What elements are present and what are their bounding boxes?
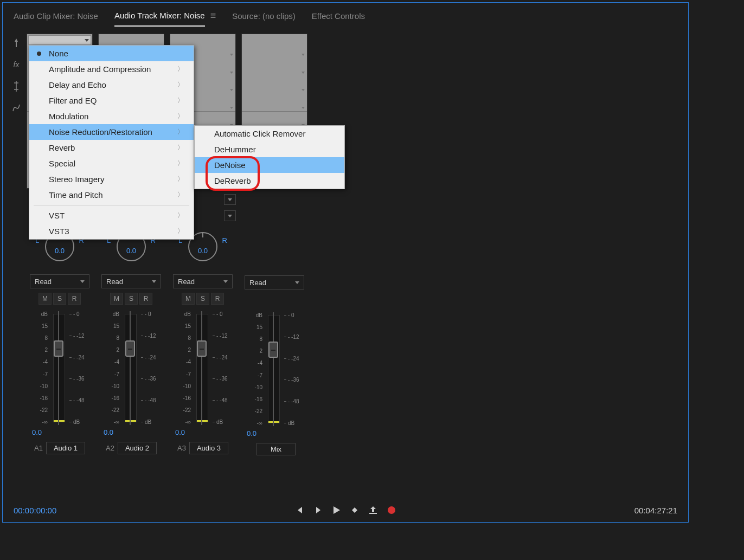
transport-bar: 00:00:00:00 00:04:27:21 bbox=[3, 498, 688, 522]
mute-button[interactable]: M bbox=[110, 293, 123, 305]
menu-item-dereverb[interactable]: DeReverb bbox=[195, 173, 344, 189]
go-to-in-icon[interactable] bbox=[296, 506, 304, 514]
export-icon[interactable] bbox=[369, 506, 378, 514]
send-dropdown[interactable] bbox=[224, 194, 236, 205]
record-button[interactable]: R bbox=[68, 293, 81, 305]
record-button[interactable]: R bbox=[211, 293, 224, 305]
tab-source[interactable]: Source: (no clips) bbox=[232, 8, 296, 26]
side-rail: fx bbox=[8, 34, 24, 492]
record-button[interactable]: R bbox=[139, 293, 152, 305]
volume-fader[interactable] bbox=[193, 311, 210, 425]
menu-item-delay[interactable]: Delay and Echo〉 bbox=[29, 77, 194, 93]
solo-button[interactable]: S bbox=[196, 293, 209, 305]
noise-reduction-submenu: Automatic Click Remover DeHummer DeNoise… bbox=[194, 125, 345, 189]
automation-mode-dropdown[interactable]: Read bbox=[101, 274, 161, 288]
menu-item-noise-reduction[interactable]: Noise Reduction/Restoration〉 bbox=[29, 124, 194, 140]
panel-tab-bar: Audio Clip Mixer: Noise Audio Track Mixe… bbox=[3, 3, 688, 27]
mute-button[interactable]: M bbox=[182, 293, 195, 305]
track-id: A2 bbox=[106, 444, 114, 452]
menu-item-time-pitch[interactable]: Time and Pitch〉 bbox=[29, 187, 194, 203]
menu-item-vst3[interactable]: VST3〉 bbox=[29, 223, 194, 239]
fx-slot-dropdown[interactable] bbox=[28, 35, 91, 45]
track-id: A3 bbox=[177, 444, 186, 452]
menu-item-special[interactable]: Special〉 bbox=[29, 156, 194, 171]
automation-mode-dropdown[interactable]: Read bbox=[173, 274, 233, 288]
solo-button[interactable]: S bbox=[125, 293, 138, 305]
menu-item-vst[interactable]: VST〉 bbox=[29, 208, 194, 223]
volume-fader[interactable] bbox=[50, 311, 67, 425]
menu-item-filter[interactable]: Filter and EQ〉 bbox=[29, 93, 194, 108]
audio-track-mixer-panel: Audio Clip Mixer: Noise Audio Track Mixe… bbox=[2, 2, 689, 523]
menu-item-denoise[interactable]: DeNoise bbox=[195, 157, 344, 173]
menu-item-dehummer[interactable]: DeHummer bbox=[195, 141, 344, 157]
gain-value[interactable]: 0.0 bbox=[175, 428, 185, 436]
tab-audio-track-mixer[interactable]: Audio Track Mixer: Noise bbox=[114, 8, 205, 27]
loop-icon[interactable] bbox=[350, 506, 360, 514]
solo-button[interactable]: S bbox=[53, 293, 66, 305]
track-mix: Read dB1582-4-7-10-16-22-∞ - 0- -12- -24… bbox=[239, 34, 310, 492]
fader-scale: dB1582-4-7-10-16-22-∞ bbox=[27, 311, 50, 425]
track-name-input[interactable]: Audio 3 bbox=[189, 442, 228, 454]
tab-effect-controls[interactable]: Effect Controls bbox=[312, 8, 365, 26]
track-name-input[interactable]: Mix bbox=[256, 443, 296, 455]
fx-icon[interactable]: fx bbox=[11, 60, 21, 69]
automation-mode-dropdown[interactable]: Read bbox=[30, 274, 89, 288]
menu-item-amplitude[interactable]: Amplitude and Compression〉 bbox=[29, 61, 194, 77]
menu-item-none[interactable]: None bbox=[29, 46, 194, 61]
play-icon[interactable] bbox=[332, 506, 340, 514]
track-id: A1 bbox=[34, 444, 43, 452]
effect-category-menu: None Amplitude and Compression〉 Delay an… bbox=[29, 45, 194, 240]
volume-fader[interactable] bbox=[121, 311, 139, 425]
send-dropdown[interactable] bbox=[224, 210, 236, 221]
go-to-out-icon[interactable] bbox=[314, 506, 323, 514]
menu-item-auto-click-remover[interactable]: Automatic Click Remover bbox=[195, 126, 344, 141]
track-name-input[interactable]: Audio 2 bbox=[118, 442, 157, 454]
panel-menu-icon[interactable]: ≡ bbox=[205, 7, 216, 27]
transport-controls bbox=[296, 506, 395, 514]
menu-item-modulation[interactable]: Modulation〉 bbox=[29, 108, 194, 124]
pan-tool-icon[interactable] bbox=[11, 38, 21, 48]
sequence-duration: 00:04:27:21 bbox=[634, 506, 677, 515]
record-icon[interactable] bbox=[388, 506, 395, 514]
gain-value[interactable]: 0.0 bbox=[32, 428, 42, 436]
sends-icon[interactable] bbox=[11, 81, 21, 91]
menu-item-stereo[interactable]: Stereo Imagery〉 bbox=[29, 171, 194, 187]
tab-audio-clip-mixer[interactable]: Audio Clip Mixer: Noise bbox=[14, 8, 98, 26]
meter-scale: - 0- -12- -24- -36- -48dB bbox=[67, 311, 92, 425]
menu-item-reverb[interactable]: Reverb〉 bbox=[29, 140, 194, 156]
route-icon[interactable] bbox=[11, 103, 21, 113]
track-name-input[interactable]: Audio 1 bbox=[46, 442, 85, 454]
gain-value[interactable]: 0.0 bbox=[247, 429, 256, 437]
automation-mode-dropdown[interactable]: Read bbox=[245, 275, 304, 289]
current-timecode[interactable]: 00:00:00:00 bbox=[14, 506, 56, 515]
gain-value[interactable]: 0.0 bbox=[104, 428, 113, 436]
mute-button[interactable]: M bbox=[39, 293, 52, 305]
volume-fader[interactable] bbox=[265, 312, 282, 426]
